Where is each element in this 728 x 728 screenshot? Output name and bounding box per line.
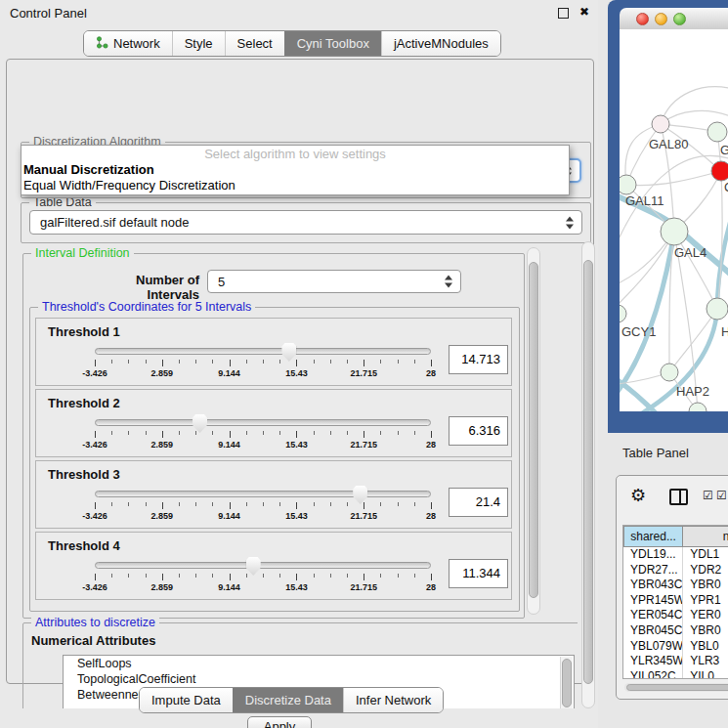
network-node-hap2[interactable]: [661, 364, 678, 381]
float-window-icon[interactable]: [558, 8, 569, 19]
network-node-gal4[interactable]: [661, 218, 688, 245]
slider-track[interactable]: [95, 562, 431, 569]
table-cell[interactable]: YPR145W: [623, 593, 683, 609]
inner-vertical-scrollbar[interactable]: [527, 247, 540, 615]
close-traffic-light-icon[interactable]: [636, 13, 649, 25]
table-row[interactable]: YBR043CYBR0: [623, 578, 728, 593]
table-cell[interactable]: YDL1: [683, 547, 728, 563]
algorithm-option-manual-discretization[interactable]: Manual Discretization: [21, 162, 569, 178]
threshold-slider[interactable]: -3.4262.8599.14415.4321.71528: [95, 491, 431, 526]
control-panel-window: Control Panel ✖ NetworkStyleSelectCyni T…: [0, 0, 599, 728]
column-header-shared-name[interactable]: shared...: [623, 526, 683, 547]
table-cell[interactable]: YBL0: [683, 639, 728, 655]
slider-ticks: [95, 574, 431, 581]
network-node-gal11[interactable]: [620, 175, 636, 194]
column-header-name[interactable]: n: [683, 526, 728, 547]
algorithm-dropdown-popup: Select algorithm to view settings Manual…: [21, 145, 570, 195]
tab-label: jActiveMNodules: [394, 36, 489, 51]
table-cell[interactable]: YIL052C: [623, 669, 683, 679]
network-node-ga[interactable]: [707, 122, 727, 142]
tab-style[interactable]: Style: [172, 31, 225, 56]
slider-track[interactable]: [95, 348, 431, 355]
horizontal-scrollbar[interactable]: [624, 683, 728, 692]
algorithm-option-equal-width-frequency-discretization[interactable]: Equal Width/Frequency Discretization: [21, 178, 569, 193]
network-node-gcy1[interactable]: [620, 305, 626, 322]
tab-discretize-data[interactable]: Discretize Data: [233, 688, 343, 712]
slider-track[interactable]: [95, 419, 431, 426]
zoom-traffic-light-icon[interactable]: [673, 13, 686, 25]
table-cell[interactable]: YER054C: [623, 608, 683, 623]
list-scrollbar[interactable]: [560, 657, 573, 708]
table-cell[interactable]: YDR2: [683, 563, 728, 578]
interval-definition-group: Interval Definition Number of Intervals …: [22, 253, 525, 619]
network-node-h[interactable]: [707, 298, 728, 320]
table-cell[interactable]: YER0: [683, 608, 728, 623]
apply-button[interactable]: Apply: [247, 716, 312, 728]
table-row[interactable]: YDR27...YDR2: [623, 563, 728, 578]
list-scrollbar-thumb[interactable]: [562, 659, 572, 707]
table-row[interactable]: YLR345WYLR3: [623, 654, 728, 669]
tab-impute-data[interactable]: Impute Data: [140, 688, 233, 712]
threshold-value-field[interactable]: 21.4: [449, 488, 508, 517]
checkbox-icon[interactable]: ☑: [716, 489, 727, 502]
table-cell[interactable]: YBR045C: [623, 623, 683, 639]
gear-icon[interactable]: ⚙: [630, 485, 646, 505]
table-cell[interactable]: YBL079W: [623, 639, 683, 655]
threshold-label: Threshold 3: [48, 467, 120, 482]
node-label: GCY1: [621, 324, 656, 339]
table-cell[interactable]: YLR3: [683, 654, 728, 669]
network-node-gal80[interactable]: [652, 115, 669, 133]
checkbox-icon[interactable]: ☑: [703, 489, 713, 502]
node-label: GAL4: [674, 245, 707, 260]
table-row[interactable]: YBR045CYBR0: [623, 623, 728, 639]
table-data-combobox[interactable]: galFiltered.sif default node: [29, 210, 582, 235]
node-table: shared... n YDL19...YDL1YDR27...YDR2YBR0…: [622, 525, 728, 679]
control-panel-title: Control Panel: [10, 6, 87, 21]
tab-label: Select: [237, 36, 273, 51]
network-canvas[interactable]: GAL80GACGAL11GAL4HGCY1HAP2: [620, 29, 728, 411]
table-row[interactable]: YBL079WYBL0: [623, 639, 728, 655]
horizontal-scrollbar-thumb[interactable]: [626, 684, 728, 691]
threshold-slider[interactable]: -3.4262.8599.14415.4321.71528: [95, 348, 431, 383]
slider-scale-labels: -3.4262.8599.14415.4321.71528: [95, 582, 431, 593]
table-cell[interactable]: YLR345W: [623, 654, 683, 669]
network-node-c[interactable]: [711, 161, 728, 181]
tab-cyni-toolbox[interactable]: Cyni Toolbox: [284, 31, 381, 56]
node-label: GAL11: [625, 193, 664, 208]
tab-infer-network[interactable]: Infer Network: [343, 688, 443, 712]
number-of-intervals-value: 5: [218, 275, 225, 289]
threshold-value-field[interactable]: 6.316: [449, 416, 508, 446]
close-icon[interactable]: ✖: [579, 5, 589, 19]
threshold-panel: Threshold 2 -3.4262.8599.14415.4321.7152…: [35, 389, 512, 457]
tab-label: Style: [185, 36, 213, 51]
inner-scrollbar-thumb[interactable]: [529, 262, 538, 598]
tab-select[interactable]: Select: [225, 31, 284, 56]
threshold-value-field[interactable]: 14.713: [449, 345, 508, 374]
table-row[interactable]: YDL19...YDL1: [623, 547, 728, 563]
threshold-slider[interactable]: -3.4262.8599.14415.4321.71528: [95, 419, 431, 454]
table-cell[interactable]: YIL0: [683, 669, 728, 679]
table-cell[interactable]: YDL19...: [623, 547, 683, 563]
tab-jactivemnodules[interactable]: jActiveMNodules: [381, 31, 500, 56]
tab-label: Discretize Data: [245, 693, 331, 707]
table-data-value: galFiltered.sif default node: [40, 215, 189, 230]
table-row[interactable]: YIL052CYIL0: [623, 669, 728, 679]
columns-icon[interactable]: [669, 489, 688, 505]
outer-scrollbar-thumb[interactable]: [583, 260, 593, 684]
outer-vertical-scrollbar[interactable]: [581, 241, 595, 708]
table-cell[interactable]: YBR043C: [623, 578, 683, 593]
minimize-traffic-light-icon[interactable]: [655, 13, 667, 25]
tab-network[interactable]: Network: [84, 31, 172, 56]
attribute-item-topologicalcoefficient[interactable]: TopologicalCoefficient: [64, 671, 574, 687]
attribute-item-selfloops[interactable]: SelfLoops: [64, 656, 574, 671]
table-cell[interactable]: YBR0: [683, 623, 728, 639]
number-of-intervals-combobox[interactable]: 5: [207, 270, 461, 293]
table-cell[interactable]: YDR27...: [623, 563, 683, 578]
table-row[interactable]: YER054CYER0: [623, 608, 728, 623]
table-cell[interactable]: YBR0: [683, 578, 728, 593]
threshold-slider[interactable]: -3.4262.8599.14415.4321.71528: [95, 562, 431, 597]
threshold-value-field[interactable]: 11.344: [449, 559, 508, 588]
table-row[interactable]: YPR145WYPR1: [623, 593, 728, 609]
slider-track[interactable]: [95, 491, 431, 497]
table-cell[interactable]: YPR1: [683, 593, 728, 609]
